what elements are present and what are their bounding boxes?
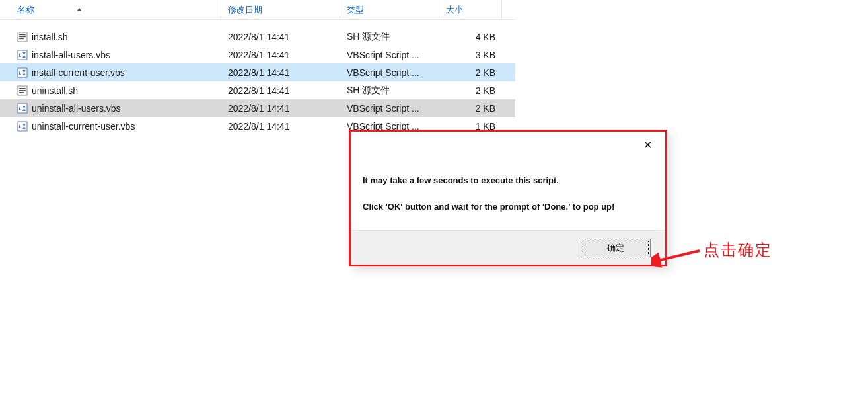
column-header-size[interactable]: 大小 — [439, 0, 502, 19]
file-row[interactable]: install-current-user.vbs2022/8/1 14:41VB… — [0, 63, 515, 81]
column-header-name[interactable]: 名称 — [0, 0, 221, 19]
file-name-cell: uninstall-all-users.vbs — [0, 103, 221, 114]
file-type-cell: VBScript Script ... — [340, 67, 439, 78]
file-size-cell: 3 KB — [439, 50, 502, 60]
vbs-file-icon — [17, 121, 28, 132]
svg-rect-3 — [19, 38, 24, 39]
svg-rect-9 — [19, 92, 24, 93]
file-type-cell: VBScript Script ... — [340, 50, 439, 60]
file-type-cell: SH 源文件 — [340, 85, 439, 97]
file-name-label: install.sh — [32, 32, 67, 42]
column-header-name-label: 名称 — [17, 4, 34, 16]
script-confirm-dialog: ✕ It may take a few seconds to execute t… — [349, 130, 667, 266]
column-header-row: 名称 修改日期 类型 大小 — [0, 0, 515, 20]
file-date-cell: 2022/8/1 14:41 — [221, 67, 340, 78]
sh-file-icon — [17, 85, 28, 96]
dialog-footer: 确定 — [351, 230, 665, 265]
svg-rect-2 — [19, 36, 26, 37]
file-date-cell: 2022/8/1 14:41 — [221, 32, 340, 42]
file-size-cell: 2 KB — [439, 67, 502, 78]
sort-ascending-icon — [77, 8, 82, 11]
sh-file-icon — [17, 32, 28, 42]
dialog-body: It may take a few seconds to execute thi… — [351, 158, 665, 230]
dialog-text-line2: Click 'OK' button and wait for the promp… — [363, 200, 653, 214]
file-explorer: 名称 修改日期 类型 大小 install.sh2022/8/1 14:41SH… — [0, 0, 515, 135]
ok-button[interactable]: 确定 — [581, 239, 651, 257]
svg-rect-7 — [19, 88, 26, 89]
file-name-label: uninstall-all-users.vbs — [32, 103, 121, 114]
svg-rect-1 — [19, 34, 26, 35]
file-size-cell: 4 KB — [439, 32, 502, 42]
file-row[interactable]: install.sh2022/8/1 14:41SH 源文件4 KB — [0, 28, 515, 46]
file-row[interactable]: uninstall-all-users.vbs2022/8/1 14:41VBS… — [0, 99, 515, 117]
vbs-file-icon — [17, 103, 28, 114]
close-icon[interactable]: ✕ — [638, 136, 657, 154]
column-header-type[interactable]: 类型 — [340, 0, 439, 19]
file-row[interactable]: uninstall.sh2022/8/1 14:41SH 源文件2 KB — [0, 81, 515, 99]
file-type-cell: VBScript Script ... — [340, 103, 439, 114]
file-name-label: install-all-users.vbs — [32, 50, 110, 60]
file-name-cell: uninstall-current-user.vbs — [0, 121, 221, 132]
file-name-cell: uninstall.sh — [0, 85, 221, 96]
file-size-cell: 2 KB — [439, 85, 502, 96]
file-name-label: uninstall-current-user.vbs — [32, 121, 135, 132]
vbs-file-icon — [17, 50, 28, 60]
file-date-cell: 2022/8/1 14:41 — [221, 103, 340, 114]
dialog-titlebar: ✕ — [351, 132, 665, 158]
annotation-text: 点击确定 — [704, 239, 772, 261]
svg-rect-8 — [19, 90, 26, 91]
file-name-label: install-current-user.vbs — [32, 67, 125, 78]
column-header-date[interactable]: 修改日期 — [221, 0, 340, 19]
file-row[interactable]: install-all-users.vbs2022/8/1 14:41VBScr… — [0, 46, 515, 63]
file-size-cell: 2 KB — [439, 103, 502, 114]
file-name-cell: install.sh — [0, 32, 221, 42]
file-name-cell: install-all-users.vbs — [0, 50, 221, 60]
file-type-cell: SH 源文件 — [340, 31, 439, 43]
file-date-cell: 2022/8/1 14:41 — [221, 50, 340, 60]
vbs-file-icon — [17, 67, 28, 78]
file-name-label: uninstall.sh — [32, 85, 78, 96]
file-date-cell: 2022/8/1 14:41 — [221, 85, 340, 96]
dialog-text-line1: It may take a few seconds to execute thi… — [363, 174, 653, 187]
file-list: install.sh2022/8/1 14:41SH 源文件4 KB insta… — [0, 20, 515, 135]
file-date-cell: 2022/8/1 14:41 — [221, 121, 340, 132]
file-name-cell: install-current-user.vbs — [0, 67, 221, 78]
